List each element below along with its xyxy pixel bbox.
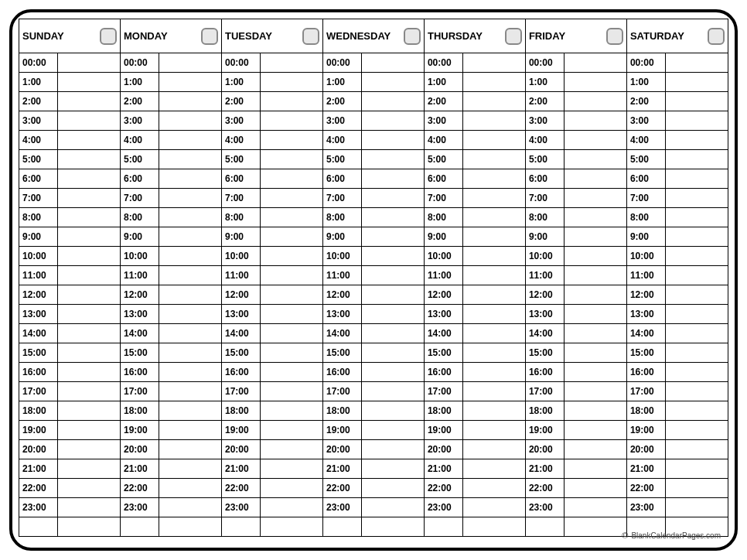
day-checkbox-wednesday[interactable]: [404, 28, 421, 45]
time-slot[interactable]: [58, 227, 121, 247]
time-slot[interactable]: [666, 150, 728, 169]
time-slot[interactable]: [362, 208, 425, 227]
time-slot[interactable]: [58, 73, 121, 92]
time-slot[interactable]: [666, 169, 728, 189]
time-slot[interactable]: [159, 247, 222, 266]
time-slot[interactable]: [261, 343, 323, 363]
time-slot[interactable]: [565, 73, 627, 92]
time-slot[interactable]: [463, 440, 526, 459]
time-slot[interactable]: [362, 324, 425, 343]
time-slot[interactable]: [565, 285, 627, 305]
time-slot[interactable]: [261, 285, 323, 305]
time-slot[interactable]: [58, 92, 121, 111]
day-checkbox-friday[interactable]: [606, 28, 623, 45]
time-slot[interactable]: [463, 169, 526, 189]
time-slot[interactable]: [261, 401, 323, 421]
time-slot[interactable]: [666, 401, 728, 421]
time-slot[interactable]: [565, 150, 627, 169]
time-slot[interactable]: [362, 305, 425, 324]
time-slot[interactable]: [666, 285, 728, 305]
time-slot[interactable]: [463, 459, 526, 479]
time-slot[interactable]: [58, 343, 121, 363]
time-slot[interactable]: [666, 363, 728, 382]
time-slot[interactable]: [58, 479, 121, 498]
time-slot[interactable]: [58, 382, 121, 401]
time-slot[interactable]: [565, 479, 627, 498]
time-slot[interactable]: [261, 131, 323, 150]
time-slot[interactable]: [666, 479, 728, 498]
time-slot[interactable]: [463, 498, 526, 517]
time-slot[interactable]: [159, 479, 222, 498]
time-slot[interactable]: [159, 440, 222, 459]
time-slot[interactable]: [362, 498, 425, 517]
time-slot[interactable]: [666, 459, 728, 479]
time-slot[interactable]: [666, 382, 728, 401]
time-slot[interactable]: [565, 343, 627, 363]
time-slot[interactable]: [58, 169, 121, 189]
time-slot[interactable]: [463, 343, 526, 363]
time-slot[interactable]: [666, 208, 728, 227]
time-slot[interactable]: [666, 73, 728, 92]
time-slot[interactable]: [463, 363, 526, 382]
time-slot[interactable]: [362, 401, 425, 421]
time-slot[interactable]: [159, 92, 222, 111]
time-slot[interactable]: [58, 266, 121, 285]
time-slot[interactable]: [565, 401, 627, 421]
time-slot[interactable]: [362, 247, 425, 266]
time-slot[interactable]: [58, 111, 121, 131]
time-slot[interactable]: [666, 440, 728, 459]
time-slot[interactable]: [261, 459, 323, 479]
time-slot[interactable]: [362, 363, 425, 382]
time-slot[interactable]: [666, 111, 728, 131]
time-slot[interactable]: [565, 53, 627, 73]
time-slot[interactable]: [362, 131, 425, 150]
time-slot[interactable]: [362, 382, 425, 401]
time-slot[interactable]: [261, 208, 323, 227]
time-slot[interactable]: [159, 401, 222, 421]
time-slot[interactable]: [463, 247, 526, 266]
time-slot[interactable]: [463, 324, 526, 343]
time-slot[interactable]: [463, 189, 526, 208]
time-slot[interactable]: [565, 208, 627, 227]
time-slot[interactable]: [159, 53, 222, 73]
time-slot[interactable]: [565, 111, 627, 131]
time-slot[interactable]: [666, 131, 728, 150]
time-slot[interactable]: [159, 285, 222, 305]
time-slot[interactable]: [261, 53, 323, 73]
time-slot[interactable]: [565, 169, 627, 189]
time-slot[interactable]: [565, 247, 627, 266]
time-slot[interactable]: [565, 131, 627, 150]
time-slot[interactable]: [159, 169, 222, 189]
time-slot[interactable]: [362, 285, 425, 305]
time-slot[interactable]: [362, 440, 425, 459]
time-slot[interactable]: [58, 285, 121, 305]
time-slot[interactable]: [463, 111, 526, 131]
time-slot[interactable]: [261, 73, 323, 92]
time-slot[interactable]: [362, 73, 425, 92]
time-slot[interactable]: [159, 343, 222, 363]
time-slot[interactable]: [565, 363, 627, 382]
time-slot[interactable]: [58, 208, 121, 227]
time-slot[interactable]: [565, 189, 627, 208]
time-slot[interactable]: [463, 150, 526, 169]
time-slot[interactable]: [159, 305, 222, 324]
time-slot[interactable]: [261, 169, 323, 189]
time-slot[interactable]: [58, 305, 121, 324]
time-slot[interactable]: [565, 305, 627, 324]
time-slot[interactable]: [58, 401, 121, 421]
time-slot[interactable]: [159, 266, 222, 285]
time-slot[interactable]: [565, 266, 627, 285]
time-slot[interactable]: [261, 382, 323, 401]
time-slot[interactable]: [565, 227, 627, 247]
time-slot[interactable]: [666, 53, 728, 73]
day-checkbox-saturday[interactable]: [708, 28, 725, 45]
time-slot[interactable]: [565, 498, 627, 517]
time-slot[interactable]: [159, 150, 222, 169]
time-slot[interactable]: [159, 382, 222, 401]
day-checkbox-tuesday[interactable]: [302, 28, 319, 45]
time-slot[interactable]: [58, 363, 121, 382]
time-slot[interactable]: [58, 53, 121, 73]
time-slot[interactable]: [58, 247, 121, 266]
time-slot[interactable]: [261, 189, 323, 208]
time-slot[interactable]: [159, 498, 222, 517]
